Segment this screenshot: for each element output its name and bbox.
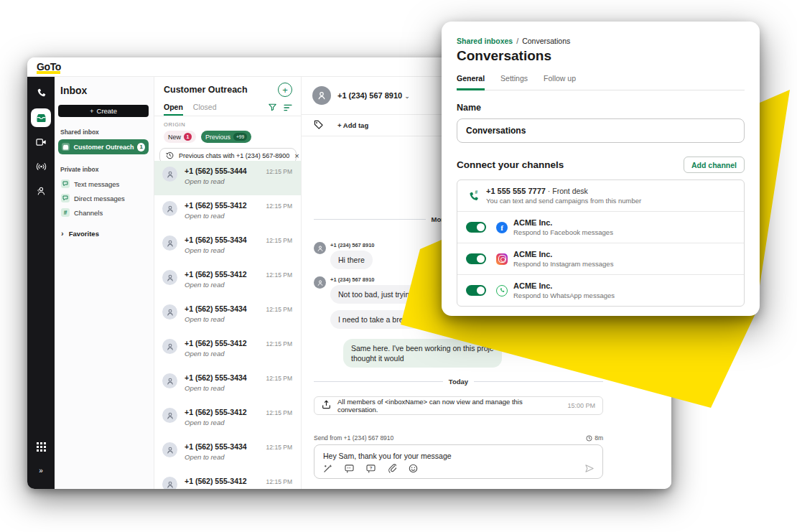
sidebar-title: Inbox — [60, 85, 149, 96]
conversation-list-item[interactable]: +1 (562) 555-341212:15 PMOpen to read — [154, 333, 301, 368]
inbox-name-input[interactable] — [457, 118, 745, 143]
conversation-list-item[interactable]: +1 (562) 555-343412:15 PMOpen to read — [154, 299, 301, 333]
tab-open[interactable]: Open — [164, 100, 183, 116]
contact-avatar — [162, 477, 177, 489]
sender-avatar — [314, 242, 326, 254]
message-timer: 8m — [586, 434, 603, 442]
channel-name: ACME Inc. — [513, 281, 552, 290]
send-from-label[interactable]: Send from +1 (234) 567 8910 — [314, 434, 393, 442]
canned-message-icon[interactable] — [345, 465, 354, 473]
expand-rail-button[interactable]: » — [31, 462, 51, 480]
add-tag-button[interactable]: + Add tag — [337, 121, 368, 129]
conversation-list-panel: Customer Outreach + Open Closed ORIGIN N… — [154, 77, 302, 489]
contact-avatar — [162, 235, 177, 251]
system-notice-text: All members of <inboxName> can now view … — [337, 398, 561, 414]
whatsapp-channel-toggle[interactable] — [466, 285, 486, 296]
private-inbox-section-label: Private inbox — [60, 166, 149, 173]
list-tabs: Open Closed — [154, 100, 301, 116]
message-bubble: Not too bad, just trying to — [330, 285, 430, 304]
facebook-channel-toggle[interactable] — [466, 222, 486, 233]
agent-headset-icon — [36, 186, 46, 196]
channel-description: You can text and send campaigns from thi… — [486, 197, 641, 205]
tab-settings[interactable]: Settings — [500, 74, 528, 90]
inbox-sidebar: Inbox +Create Shared inbox Customer Outr… — [55, 77, 154, 489]
inbox-icon — [36, 113, 47, 123]
video-camera-icon — [36, 138, 47, 146]
tab-follow-up[interactable]: Follow up — [544, 74, 576, 90]
conversation-list-item[interactable]: +1 (562) 555-341212:15 PMOpen to read — [154, 195, 301, 230]
add-channel-button[interactable]: Add channel — [684, 157, 745, 173]
contact-avatar — [162, 304, 177, 319]
facebook-icon: f — [496, 222, 508, 233]
conversation-list-item[interactable]: +1 (562) 555-343412:15 PMOpen to read — [154, 230, 301, 264]
contact-avatar — [312, 86, 331, 105]
new-count-badge: 1 — [184, 133, 192, 141]
sidebar-item-direct-messages[interactable]: Direct messages — [58, 191, 149, 205]
send-button[interactable] — [584, 464, 595, 473]
conversation-list: +1 (562) 555-344412:15 PMOpen to read +1… — [154, 161, 301, 489]
instagram-channel-toggle[interactable] — [466, 253, 486, 264]
conversation-list-item[interactable]: +1 (562) 555-341212:15 PMOpen to read — [154, 264, 301, 299]
channel-description: Respond to Instagram messages — [513, 260, 613, 268]
settings-tabs: General Settings Follow up — [457, 74, 745, 90]
channel-phone-number: +1 555 555 7777 — [486, 187, 546, 195]
conversation-list-item[interactable]: +1 (562) 555-343412:15 PMOpen to read — [154, 437, 301, 471]
breadcrumb-current: Conversations — [522, 37, 570, 45]
sidebar-item-customer-outreach[interactable]: Customer Outreach 1 — [58, 139, 149, 154]
filter-chip-previous[interactable]: Previous+99 — [201, 131, 251, 143]
breadcrumb-shared-inboxes[interactable]: Shared inboxes — [457, 37, 513, 45]
chat-contact-dropdown[interactable]: +1 (234) 567 8910⌄ — [337, 91, 410, 100]
nav-phone-button[interactable] — [31, 84, 51, 103]
ai-compose-icon[interactable] — [323, 464, 332, 473]
nav-contact-center-button[interactable] — [31, 182, 51, 200]
tab-general[interactable]: General — [457, 74, 485, 90]
phone-icon — [36, 88, 46, 98]
instagram-icon — [496, 253, 508, 265]
chat-icon — [61, 194, 70, 202]
message-bubble: Hi there — [330, 251, 373, 269]
contact-avatar — [162, 201, 177, 216]
contact-avatar — [162, 408, 177, 423]
favorites-toggle[interactable]: › Favorites — [61, 230, 149, 238]
filter-icon[interactable] — [269, 101, 276, 114]
contact-avatar — [162, 270, 177, 285]
system-notice-time: 15:00 PM — [567, 402, 595, 409]
whatsapp-icon — [496, 285, 508, 297]
emoji-icon[interactable] — [409, 464, 418, 473]
whatsapp-channel-row: ACME Inc. Respond to WhatsApp messages — [457, 274, 744, 306]
apps-grid-button[interactable] — [31, 437, 51, 456]
tab-closed[interactable]: Closed — [193, 100, 217, 116]
unread-count-badge: 1 — [137, 143, 145, 151]
sort-icon[interactable] — [284, 101, 292, 114]
breadcrumb: Shared inboxes / Conversations — [457, 37, 745, 45]
name-field-label: Name — [457, 103, 745, 113]
tag-icon — [314, 119, 323, 132]
conversation-list-item[interactable]: +1 (562) 555-341212:15 PMOpen to read — [154, 471, 301, 489]
apps-grid-icon — [37, 442, 46, 452]
nav-meetings-button[interactable] — [31, 133, 51, 151]
conversation-list-item[interactable]: +1 (562) 555-341212:15 PMOpen to read — [154, 402, 301, 437]
hash-icon: # — [61, 208, 70, 217]
close-icon[interactable]: × — [294, 152, 299, 160]
svg-text:#: # — [475, 190, 477, 195]
message-composer[interactable]: Hey Sam, thank you for your message ? — [314, 444, 603, 479]
inbox-share-icon — [322, 399, 331, 412]
shared-inbox-section-label: Shared inbox — [60, 129, 149, 136]
conversation-list-item[interactable]: +1 (562) 555-343412:15 PMOpen to read — [154, 368, 301, 402]
nav-inbox-button[interactable] — [31, 108, 51, 127]
sidebar-item-text-messages[interactable]: Text messages — [58, 177, 149, 191]
conversation-list-item[interactable]: +1 (562) 555-344412:15 PMOpen to read — [154, 161, 301, 195]
attachment-icon[interactable] — [388, 464, 396, 473]
filter-chip-new[interactable]: New1 — [164, 131, 196, 143]
template-question-icon[interactable]: ? — [366, 465, 376, 473]
sidebar-item-channels[interactable]: # Channels — [58, 205, 149, 220]
composer-text[interactable]: Hey Sam, thank you for your message — [323, 452, 452, 460]
svg-text:?: ? — [370, 466, 373, 470]
new-conversation-button[interactable]: + — [278, 83, 292, 97]
channels-section-title: Connect your channels — [457, 159, 564, 170]
instagram-channel-row: ACME Inc. Respond to Instagram messages — [457, 243, 744, 274]
nav-broadcast-button[interactable] — [31, 157, 51, 176]
create-button[interactable]: +Create — [58, 105, 149, 117]
phone-channel-row: # +1 555 555 7777 · Front desk You can t… — [457, 180, 744, 211]
contact-avatar — [162, 373, 177, 388]
